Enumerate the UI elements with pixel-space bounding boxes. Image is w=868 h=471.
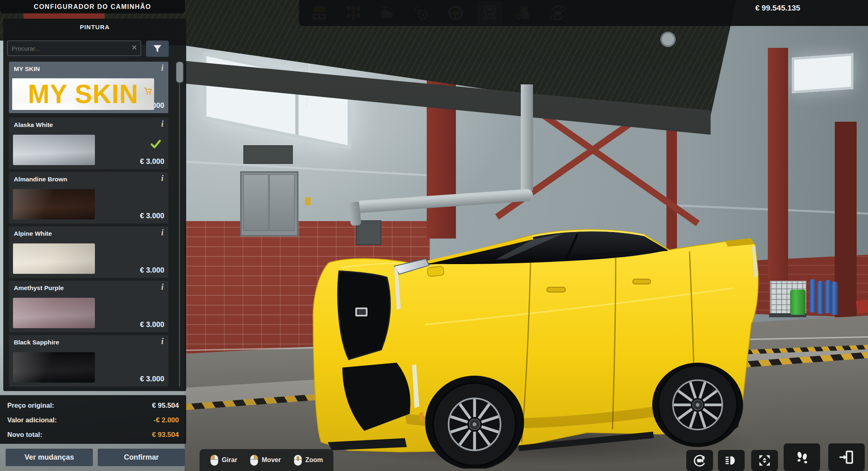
configurator-header: CONFIGURADOR DO CAMINHÃO (0, 0, 185, 13)
paint-option-amethyst-purple[interactable]: Amethyst Purple i € 3.000 (9, 281, 168, 332)
headlights-button[interactable] (718, 450, 745, 471)
ceiling-lamp (660, 32, 676, 47)
info-icon[interactable]: i (161, 337, 163, 346)
headlights-icon (724, 453, 739, 468)
new-total-price: € 93.504 (152, 431, 179, 439)
swatch-label: MY SKIN (12, 78, 154, 110)
search-input[interactable] (7, 41, 141, 56)
walk-mode-button[interactable] (784, 443, 820, 471)
scrollbar-track[interactable] (179, 62, 180, 387)
wall-sign (305, 197, 311, 205)
gas-cylinder (809, 279, 816, 312)
search-clear-icon[interactable]: ✕ (131, 43, 137, 52)
fit-view-button[interactable] (751, 450, 778, 471)
pipe (521, 84, 533, 191)
check-icon (150, 139, 162, 150)
camera-rotate-icon (692, 453, 707, 468)
paint-swatch: MY SKIN (12, 78, 154, 110)
vehicle-preview[interactable] (303, 223, 760, 469)
paint-option-black-sapphire[interactable]: Black Sapphire i € 3.000 (9, 335, 168, 387)
info-icon[interactable]: i (161, 282, 163, 292)
summary-row: Novo total: € 93.504 (0, 431, 186, 441)
exit-garage-button[interactable] (828, 443, 865, 471)
red-column (835, 122, 857, 317)
filter-button[interactable] (146, 41, 169, 57)
gas-cylinder (825, 280, 831, 313)
paint-swatch (13, 135, 95, 165)
green-barrel (790, 290, 806, 315)
hint-rotate: Girar (210, 454, 237, 466)
hint-move: Mover (250, 454, 281, 466)
paint-option-alaska-white[interactable]: Alaska White i € 3.000 (9, 118, 168, 169)
additional-price: -€ 2.000 (154, 416, 179, 424)
confirm-button[interactable]: Confirmar (98, 449, 185, 466)
original-price: € 95.504 (152, 402, 179, 410)
page-title: CONFIGURADOR DO CAMINHÃO (34, 3, 151, 11)
paint-swatch (13, 298, 95, 328)
info-icon[interactable]: i (161, 63, 163, 73)
view-changes-button[interactable]: Ver mudanças (6, 449, 93, 466)
filter-icon (152, 43, 163, 54)
price-summary: Preço original: € 95.504 Valor adicional… (0, 395, 186, 444)
gas-cylinder (831, 282, 838, 315)
mouse-left-button-icon (210, 454, 219, 466)
paint-option-my-skin[interactable]: MY SKIN i € 1.000 MY SKIN (9, 62, 168, 113)
scrollbar-thumb[interactable] (176, 62, 183, 83)
info-icon[interactable]: i (161, 228, 163, 237)
paint-option-alpine-white[interactable]: Alpine White i € 3.000 (9, 226, 168, 278)
mouse-right-button-icon (250, 454, 258, 466)
hint-zoom: Zoom (294, 454, 323, 466)
garage-doors (240, 171, 299, 237)
info-icon[interactable]: i (161, 119, 163, 129)
paint-option-almandine-brown[interactable]: Almandine Brown i € 3.000 (9, 172, 168, 224)
exit-icon (838, 449, 855, 465)
summary-row: Valor adicional: -€ 2.000 (0, 416, 186, 427)
footsteps-icon (794, 449, 810, 465)
configurator-screen: CONFIGURADOR DO CAMINHÃO (0, 0, 868, 471)
fit-view-icon (757, 453, 772, 468)
info-icon[interactable]: i (161, 174, 163, 183)
player-balance: € 99.545.135 (755, 4, 800, 13)
camera-rotate-button[interactable] (686, 450, 713, 471)
mouse-hints: Girar Mover Zoom (200, 449, 333, 471)
cart-icon (143, 87, 153, 96)
red-cart (856, 299, 868, 314)
red-column (768, 48, 788, 280)
gas-cylinder (817, 281, 824, 314)
garage-window (792, 53, 853, 93)
door-vent (243, 145, 293, 164)
paint-swatch (13, 243, 95, 274)
paint-swatch (13, 352, 95, 383)
mouse-wheel-icon (294, 454, 302, 466)
paint-panel: PINTURA ✕ MY SKIN i € 1.000 MY SKIN Alas… (3, 19, 186, 391)
paint-swatch (13, 189, 95, 219)
panel-title: PINTURA (3, 24, 186, 30)
summary-row: Preço original: € 95.504 (0, 402, 186, 412)
